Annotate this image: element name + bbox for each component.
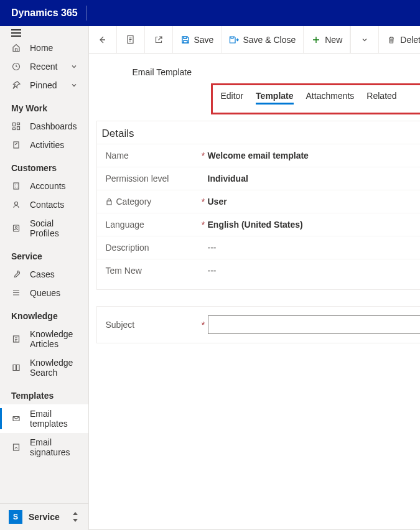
queue-icon [11, 288, 21, 298]
field-tem-new[interactable]: Tem New --- [97, 259, 421, 282]
field-value: English (United States) [208, 220, 421, 230]
field-language[interactable]: Language * English (United States) [97, 213, 421, 236]
nav-pinned[interactable]: Pinned [0, 76, 88, 95]
tab-template[interactable]: Template [256, 91, 293, 107]
popout-icon [154, 35, 164, 45]
field-label: Tem New [106, 266, 142, 276]
nav-social-profiles[interactable]: Social Profiles [0, 214, 88, 243]
details-section: Details Name * Welcome email template Pe… [96, 121, 421, 290]
subject-input[interactable] [208, 315, 421, 334]
nav-group-templates: Templates [0, 382, 88, 404]
nav-label: Dashboards [30, 121, 77, 131]
chevron-down-icon [71, 82, 77, 88]
nav-label: Recent [30, 62, 57, 72]
app-title: Dynamics 365 [11, 7, 78, 19]
email-template-icon [11, 414, 21, 424]
building-icon [11, 181, 21, 191]
page-icon [126, 35, 136, 45]
signature-icon [11, 442, 21, 452]
area-switcher[interactable]: S Service [0, 503, 88, 530]
svg-point-7 [15, 202, 18, 205]
header-divider [86, 6, 87, 21]
area-tile: S [9, 510, 22, 524]
nav-label: Email signatures [30, 437, 77, 457]
nav-label: Email templates [30, 409, 77, 429]
back-button[interactable] [89, 26, 117, 53]
hamburger-button[interactable] [0, 26, 88, 39]
nav-label: Contacts [30, 200, 64, 210]
nav-accounts[interactable]: Accounts [0, 177, 88, 195]
save-label: Save [194, 35, 214, 45]
field-label: Name [106, 151, 129, 160]
nav-contacts[interactable]: Contacts [0, 195, 88, 214]
nav-group-knowledge: Knowledge [0, 302, 88, 325]
trash-icon [386, 35, 396, 45]
nav-label: Queues [30, 288, 60, 298]
nav-home[interactable]: Home [0, 39, 88, 57]
nav-queues[interactable]: Queues [0, 284, 88, 302]
back-icon [98, 35, 108, 45]
profile-icon [11, 223, 21, 233]
save-button[interactable]: Save [173, 26, 222, 53]
nav-label: Home [30, 43, 53, 53]
person-icon [11, 200, 21, 210]
field-value: Welcome email template [208, 151, 421, 160]
delete-label: Delete [400, 35, 420, 45]
nav-label: Activities [30, 140, 64, 150]
save-close-icon [229, 35, 239, 45]
nav-label: Knowledge Search [30, 358, 77, 378]
popout-button[interactable] [145, 26, 173, 53]
field-label: Permission level [106, 174, 169, 184]
nav-email-templates[interactable]: Email templates [0, 404, 88, 433]
home-icon [11, 43, 21, 53]
book-icon [11, 363, 21, 373]
nav-label: Cases [30, 269, 55, 279]
field-name[interactable]: Name * Welcome email template [97, 144, 421, 167]
nav-email-signatures[interactable]: Email signatures [0, 433, 88, 462]
nav-knowledge-search[interactable]: Knowledge Search [0, 353, 88, 382]
tab-related[interactable]: Related [366, 91, 396, 107]
tab-container: Editor Template Attachments Related [211, 83, 421, 114]
nav-dashboards[interactable]: Dashboards [0, 117, 88, 136]
field-label: Category [116, 197, 152, 207]
required-mark: * [199, 197, 208, 207]
field-value: --- [208, 243, 421, 253]
chevron-down-icon [71, 63, 77, 70]
required-mark: * [199, 151, 208, 160]
nav-label: Accounts [30, 181, 66, 191]
new-dropdown[interactable] [350, 26, 379, 53]
tab-editor[interactable]: Editor [221, 91, 244, 107]
save-icon [180, 35, 190, 45]
subject-section: Subject * [96, 306, 421, 343]
save-close-button[interactable]: Save & Close [222, 26, 304, 53]
svg-rect-2 [17, 123, 20, 125]
field-permission-level[interactable]: Permission level Individual [97, 167, 421, 190]
field-label: Description [106, 243, 149, 253]
nav-cases[interactable]: Cases [0, 265, 88, 284]
pin-icon [11, 80, 21, 90]
nav-activities[interactable]: Activities [0, 136, 88, 154]
field-value: Individual [208, 174, 421, 184]
nav-group-mywork: My Work [0, 95, 88, 117]
nav-group-service: Service [0, 243, 88, 265]
field-category[interactable]: Category * User [97, 190, 421, 213]
svg-rect-6 [14, 183, 19, 189]
required-mark: * [199, 220, 208, 230]
field-description[interactable]: Description --- [97, 236, 421, 259]
nav-recent[interactable]: Recent [0, 57, 88, 76]
section-title: Details [97, 128, 421, 144]
required-mark: * [199, 320, 208, 330]
nav-knowledge-articles[interactable]: Knowledge Articles [0, 325, 88, 353]
delete-button[interactable]: Delete [379, 26, 420, 53]
dashboard-icon [11, 121, 21, 131]
tab-attachments[interactable]: Attachments [306, 91, 355, 107]
area-label: Service [29, 512, 71, 522]
content: Save Save & Close New Delete Email Templ… [89, 26, 421, 530]
new-button[interactable]: New [304, 26, 350, 53]
svg-rect-4 [17, 127, 20, 130]
nav-group-customers: Customers [0, 154, 88, 177]
svg-rect-14 [107, 201, 111, 205]
field-value: User [208, 197, 421, 207]
subject-label: Subject [106, 320, 199, 330]
view-button[interactable] [117, 26, 145, 53]
